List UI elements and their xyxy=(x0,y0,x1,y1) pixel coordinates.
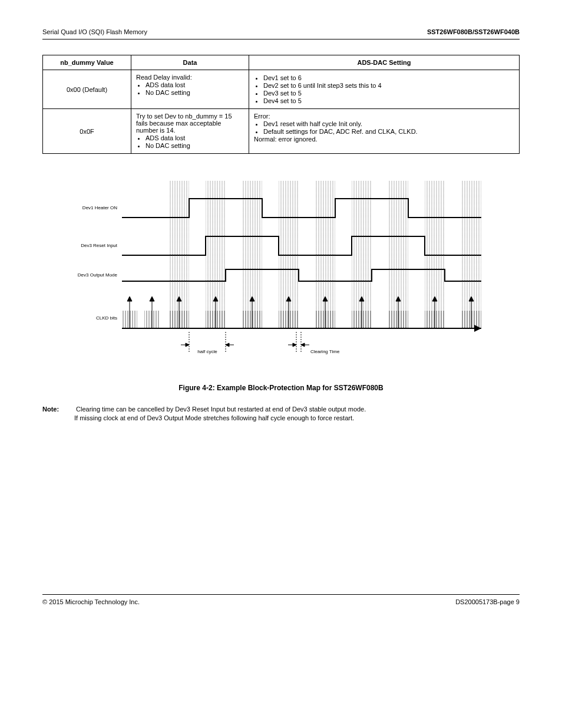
label-sig2: Dev3 Reset Input xyxy=(81,243,118,248)
note-block: Note: Clearing time can be cancelled by … xyxy=(42,405,520,423)
table-row: 0x0F Try to set Dev to nb_dummy = 15 fai… xyxy=(43,109,520,154)
cell-nb-dummy-0: 0x00 (Default) xyxy=(43,70,131,109)
page-footer: © 2015 Microchip Technology Inc. DS20005… xyxy=(42,594,520,605)
th-ads-dac: ADS-DAC Setting xyxy=(249,55,520,70)
note-line2: If missing clock at end of Dev3 Output M… xyxy=(74,414,354,421)
label-clkd: CLKD bits xyxy=(96,315,117,321)
timing-diagram-svg: half cycle Clearing Time Dev1 Heater ON … xyxy=(75,175,487,375)
note-line1: Clearing time can be cancelled by Dev3 R… xyxy=(76,406,366,413)
svg-marker-25 xyxy=(127,297,132,301)
label-half-cycle: half cycle xyxy=(197,349,217,354)
label-clearing-time: Clearing Time xyxy=(310,349,340,354)
figure-caption: Figure 4-2: Example Block-Protection Map… xyxy=(42,384,520,392)
label-sig3: Dev3 Output Mode xyxy=(78,272,118,278)
cell-ads-1: Error: Dev1 reset with half cycle Init o… xyxy=(249,109,520,154)
note-label: Note: xyxy=(42,405,74,414)
footer-left: © 2015 Microchip Technology Inc. xyxy=(42,598,140,605)
label-sig1: Dev1 Heater ON xyxy=(82,205,117,210)
svg-marker-55 xyxy=(293,343,296,347)
settings-table: nb_dummy Value Data ADS-DAC Setting 0x00… xyxy=(42,55,520,154)
th-data: Data xyxy=(131,55,249,70)
header-left: Serial Quad I/O (SQI) Flash Memory xyxy=(42,28,147,35)
svg-marker-27 xyxy=(150,297,154,301)
cell-ads-0: Dev1 set to 6 Dev2 set to 6 until Init s… xyxy=(249,70,520,109)
timing-figure: half cycle Clearing Time Dev1 Heater ON … xyxy=(42,175,520,392)
th-nb-dummy: nb_dummy Value xyxy=(43,55,131,70)
page-header: Serial Quad I/O (SQI) Flash Memory SST26… xyxy=(42,28,520,39)
cell-nb-dummy-1: 0x0F xyxy=(43,109,131,154)
cell-data-1: Try to set Dev to nb_dummy = 15 fails be… xyxy=(131,109,249,154)
svg-marker-57 xyxy=(301,343,305,347)
table-row: 0x00 (Default) Read Delay invalid: ADS d… xyxy=(43,70,520,109)
svg-marker-51 xyxy=(226,343,229,347)
header-model: SST26WF080B/SST26WF040B xyxy=(427,28,520,35)
cell-data-0: Read Delay invalid: ADS data lost No DAC… xyxy=(131,70,249,109)
footer-right: DS20005173B-page 9 xyxy=(455,598,520,605)
svg-marker-49 xyxy=(186,343,189,347)
